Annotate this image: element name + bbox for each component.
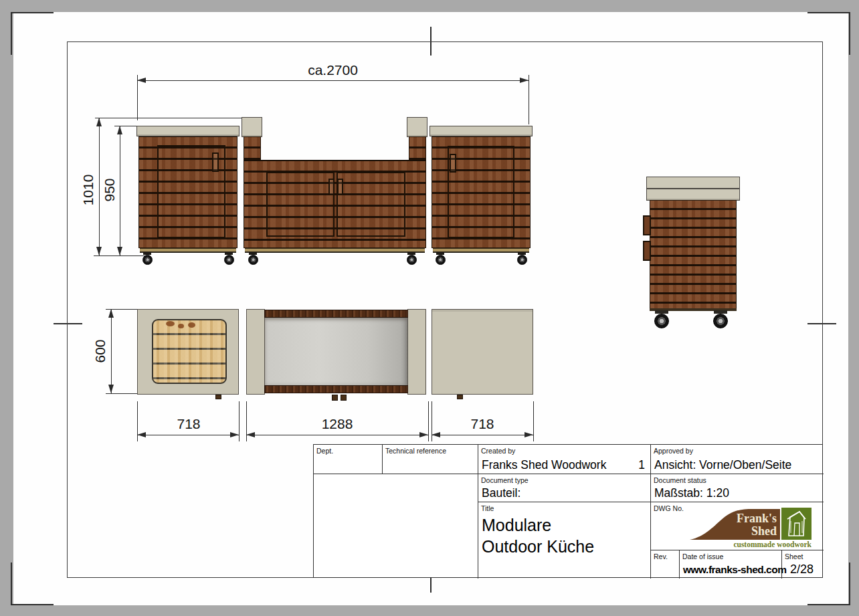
cell-doc-status: Document status Maßstab: 1:20 — [651, 474, 824, 502]
cell-approved-by: Approved by Ansicht: Vorne/Oben/Seite — [651, 445, 824, 474]
post-top-left — [246, 309, 265, 395]
trim-mark-top-right-v — [849, 12, 850, 55]
trim-mark-bottom-right-v — [849, 562, 850, 605]
trim-mark-top-left-v — [11, 12, 12, 55]
approved-by-value: Ansicht: Vorne/Oben/Seite — [654, 458, 791, 472]
pine-insert-panel — [152, 319, 227, 384]
module-top-surface — [432, 309, 533, 395]
base-strip — [140, 248, 236, 253]
countertop — [136, 126, 240, 136]
cell-created-by: Created by Franks Shed Woodwork 1 — [478, 445, 651, 474]
dim-line-depth — [111, 309, 112, 393]
dim-line-height-total — [99, 118, 100, 255]
door-handle — [450, 154, 456, 173]
dim-text-1288: 1288 — [304, 416, 371, 432]
created-by-label: Created by — [481, 447, 515, 455]
caster-tab — [332, 395, 338, 401]
cell-dwg-no: DWG No. Frank's Shed custommade woodwork — [651, 502, 824, 550]
dim-ext-line — [95, 118, 242, 118]
caster — [406, 252, 417, 266]
trim-mark-bottom-right — [807, 604, 850, 605]
post-cap-right — [407, 117, 427, 137]
title-label: Title — [481, 504, 494, 512]
cell-rev: Rev. — [651, 550, 680, 579]
dim-arrow — [117, 247, 122, 255]
dept-label: Dept. — [316, 447, 333, 455]
title-block: Dept. Technical reference Created by Fra… — [313, 444, 823, 578]
wood-knot — [178, 324, 184, 328]
post-top-right — [407, 309, 426, 395]
sheet-number: 2/28 — [790, 562, 814, 577]
grill-lid-top — [265, 318, 407, 385]
dim-arrow — [419, 432, 428, 437]
created-by-number: 1 — [638, 458, 645, 472]
created-by-value: Franks Shed Woodwork — [482, 458, 606, 472]
dim-ext-line — [239, 401, 240, 441]
countertop-divider — [646, 188, 740, 189]
dim-line-width — [137, 80, 529, 81]
dim-text-height-body: 950 — [102, 175, 118, 205]
wood-edge-bottom — [264, 385, 408, 393]
caster — [711, 310, 731, 328]
dim-arrow — [96, 118, 102, 126]
trim-mark-bottom-left — [11, 604, 54, 605]
logo-name-line1: Frank's — [710, 512, 777, 524]
shed-icon — [781, 508, 812, 540]
countertop — [430, 126, 533, 136]
dim-text-718-left: 718 — [159, 416, 218, 432]
drawing-sheet-viewport: ca.2700 1010 950 — [0, 0, 859, 616]
dim-ext-line — [533, 401, 534, 441]
caster — [435, 252, 446, 266]
website-url: www.franks-shed.com — [683, 564, 786, 576]
cell-dept: Dept. — [314, 445, 383, 474]
caster-tab — [341, 395, 347, 401]
side-handle — [643, 241, 651, 261]
wood-edge-top — [264, 310, 408, 318]
cabinet-body-side — [650, 200, 737, 310]
dim-line-height-body — [120, 126, 120, 255]
dim-line-718-right — [432, 435, 533, 435]
door-handle — [212, 152, 219, 172]
dim-arrow — [108, 385, 114, 393]
wood-knot — [188, 322, 195, 328]
caster-tab — [215, 395, 221, 399]
grill-door-right — [337, 172, 405, 237]
cell-date-of-issue: Date of issue www.franks-shed.com — [680, 550, 782, 579]
dim-ext-line — [529, 75, 529, 124]
side-handle — [643, 215, 651, 235]
caster — [223, 252, 234, 266]
doc-type-label: Document type — [481, 476, 529, 484]
door-handle — [328, 179, 335, 195]
dim-line-718-left — [137, 435, 239, 435]
dim-arrow — [137, 78, 146, 83]
caster — [516, 252, 527, 266]
cell-sheet: Sheet 2/28 — [782, 550, 824, 579]
doc-status-value: Maßstab: 1:20 — [654, 486, 729, 500]
dim-arrow — [432, 432, 440, 437]
dim-arrow — [137, 432, 146, 437]
dim-ext-line — [106, 393, 137, 394]
cell-empty-left — [314, 474, 478, 579]
trim-mark-top-left — [11, 12, 54, 13]
post-left — [244, 136, 261, 162]
dim-text-depth: 600 — [92, 335, 108, 367]
doc-status-label: Document status — [654, 476, 706, 484]
dim-arrow — [230, 432, 239, 437]
dim-arrow — [246, 432, 255, 437]
rev-label: Rev. — [654, 552, 668, 560]
drawing-title-line2: Outdoor Küche — [482, 537, 594, 556]
doc-type-value: Bauteil: — [482, 486, 520, 500]
dim-arrow — [524, 432, 533, 437]
caster-tab — [457, 395, 463, 399]
dim-arrow — [520, 78, 529, 83]
sheet-label: Sheet — [785, 552, 803, 560]
cabinet-door — [448, 146, 514, 238]
logo-tagline: custommade woodwork — [733, 540, 812, 548]
approved-by-label: Approved by — [654, 447, 693, 455]
cell-title: Title Modulare Outdoor Küche — [478, 502, 651, 579]
dim-arrow — [96, 247, 102, 255]
dim-arrow — [108, 309, 114, 318]
dim-line-1288 — [246, 435, 428, 435]
drawing-title-line1: Modulare — [482, 516, 551, 535]
cell-tech-ref: Technical reference — [383, 445, 478, 474]
